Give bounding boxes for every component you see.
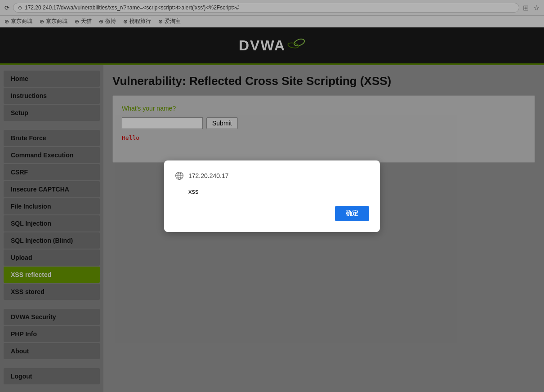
alert-origin: 172.20.240.17	[188, 172, 229, 179]
dialog-overlay: 172.20.240.17 xss 确定	[0, 0, 544, 392]
globe-origin-icon	[175, 171, 184, 180]
alert-dialog: 172.20.240.17 xss 确定	[164, 160, 380, 232]
alert-header: 172.20.240.17	[175, 171, 369, 180]
alert-footer: 确定	[175, 206, 369, 221]
alert-message: xss	[175, 187, 369, 195]
confirm-button[interactable]: 确定	[335, 206, 369, 221]
